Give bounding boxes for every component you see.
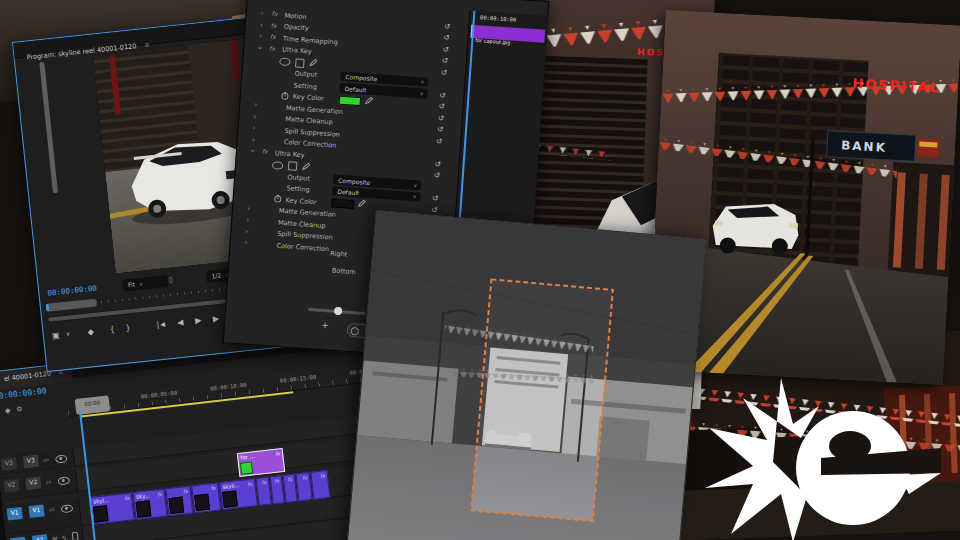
stopwatch-icon[interactable] [273,194,282,205]
track-header: V2V2▭ [0,469,78,500]
mask-ellipse-icon[interactable] [279,57,291,66]
source-patch[interactable]: V3 [1,457,17,471]
effect-name[interactable]: Motion [284,11,307,21]
parameter-slider[interactable] [308,308,366,315]
track-name[interactable]: V1 [28,504,44,518]
eyedropper-icon[interactable] [364,96,373,107]
toggle-track-output-eye-icon[interactable] [55,454,68,463]
button-editor-icon[interactable]: ▣ [51,331,59,341]
reset-parameter-icon[interactable]: ↺ [442,44,449,53]
current-timecode[interactable]: 00:00:00:00 [47,284,97,298]
fx-badge[interactable]: fx [271,10,277,17]
stopwatch-icon[interactable] [281,91,290,102]
reset-parameter-icon[interactable]: ↺ [432,193,439,202]
reset-parameter-icon[interactable]: ↺ [439,90,446,99]
reset-parameter-icon[interactable]: ↺ [442,56,449,65]
zoom-bar-handle[interactable] [46,299,98,312]
star-e-logo: e [703,376,943,540]
mark-out-icon[interactable]: } [125,323,131,332]
chevron-collapsed-icon[interactable]: › [254,101,257,109]
key-color-swatch[interactable] [339,95,362,106]
reset-parameter-icon[interactable]: ↺ [444,21,451,30]
chevron-collapsed-icon[interactable]: › [252,124,255,132]
mask-ellipse-icon[interactable] [272,161,284,170]
go-to-in-icon[interactable]: |◀ [155,320,166,330]
reset-parameter-icon[interactable]: ↺ [436,136,443,145]
slider-knob[interactable] [334,307,343,316]
chevron-down-icon: ∨ [420,90,424,96]
key-color-swatch[interactable] [331,198,354,209]
reset-parameter-icon[interactable]: ↺ [437,125,444,134]
timeline-clip[interactable]: skyl...fx [90,492,135,525]
chevron-collapsed-icon[interactable]: › [244,238,247,246]
effect-name[interactable]: Opacity [284,23,310,33]
source-patch[interactable]: V1 [7,507,23,521]
chevron-collapsed-icon[interactable]: › [252,135,255,143]
param-label: Output [294,69,317,79]
sync-lock-icon[interactable]: ▭ [49,505,55,513]
reset-parameter-icon[interactable]: ↺ [431,205,438,214]
chevron-down-icon[interactable]: ∨ [65,330,70,337]
chevron-collapsed-icon[interactable]: › [260,9,263,17]
sync-lock-icon[interactable]: ▭ [43,455,49,463]
clip-thumbnail [222,490,238,507]
timeline-clip[interactable]: skyli...fx [219,478,258,510]
add-icon[interactable]: + [321,320,329,331]
toggle-track-output-eye-icon[interactable] [61,504,74,513]
fx-badge[interactable]: fx [270,33,276,40]
timeline-clip[interactable]: fx [191,482,221,513]
track-name[interactable]: V2 [25,477,41,491]
mute-button[interactable]: M [52,535,58,540]
add-marker-icon[interactable]: ◆ [87,327,94,337]
background-scrollbar[interactable] [39,62,58,194]
fx-badge: fx [275,450,280,456]
step-forward-icon[interactable]: ▶ [213,314,220,324]
zoom-level-select[interactable]: Fit∨ [122,275,168,292]
chevron-expanded-icon[interactable]: › [256,46,264,49]
selected-green-screen-clip[interactable]: for ...fx [237,448,285,477]
chevron-collapsed-icon[interactable]: › [245,227,248,235]
fx-badge[interactable]: fx [269,44,275,51]
chevron-collapsed-icon[interactable]: › [246,215,249,223]
step-back-icon[interactable]: ◀ [177,318,184,328]
safe-margins-icon[interactable]: ▯ [168,276,173,284]
effect-name[interactable]: Ultra Key [282,46,312,56]
fx-badge[interactable]: fx [271,21,277,28]
reset-parameter-icon[interactable]: ↺ [443,33,450,42]
timeline-tools-icons[interactable]: ▾◆⚙ [0,400,66,416]
toggle-track-output-eye-icon[interactable] [57,476,70,485]
mask-rect-icon[interactable] [295,58,305,68]
chevron-collapsed-icon[interactable]: › [259,32,262,40]
blender-3d-viewport[interactable] [346,210,707,540]
timeline-clip[interactable]: sky...fx [133,489,168,520]
source-patch[interactable]: A1 [10,537,26,540]
chevron-collapsed-icon[interactable]: › [247,204,250,212]
mic-icon[interactable] [72,532,79,540]
reset-parameter-icon[interactable]: ↺ [441,67,448,76]
param-label: Key Color [285,196,316,206]
effect-name[interactable]: Ultra Key [275,149,305,159]
track-name[interactable]: A1 [32,534,48,540]
source-patch[interactable]: V2 [3,479,19,493]
mask-pen-icon[interactable] [309,58,318,69]
play-icon[interactable]: ▶ [195,316,202,326]
reset-parameter-icon[interactable]: ↺ [438,113,445,122]
param-group-name[interactable]: Color Correction [276,241,329,253]
timeline-clip[interactable]: fx [310,470,330,500]
mask-rect-icon[interactable] [288,161,298,171]
timeline-clip[interactable]: fx [165,486,193,517]
solo-button[interactable]: S [62,534,67,540]
chevron-collapsed-icon[interactable]: › [260,20,263,28]
reset-parameter-icon[interactable]: ↺ [434,159,441,168]
reset-parameter-icon[interactable]: ↺ [434,170,441,179]
chevron-expanded-icon[interactable]: › [248,149,256,152]
sync-lock-icon[interactable]: ▭ [45,477,51,485]
reset-parameter-icon[interactable]: ↺ [438,102,445,111]
fx-badge[interactable]: fx [262,147,268,154]
mask-pen-icon[interactable] [302,162,311,173]
mark-in-icon[interactable]: { [109,325,115,334]
track-name[interactable]: V3 [23,455,39,469]
chevron-collapsed-icon[interactable]: › [253,112,256,120]
eyedropper-icon[interactable] [357,199,366,210]
mini-timeline-clip[interactable]: for capout.jpg [471,25,546,43]
